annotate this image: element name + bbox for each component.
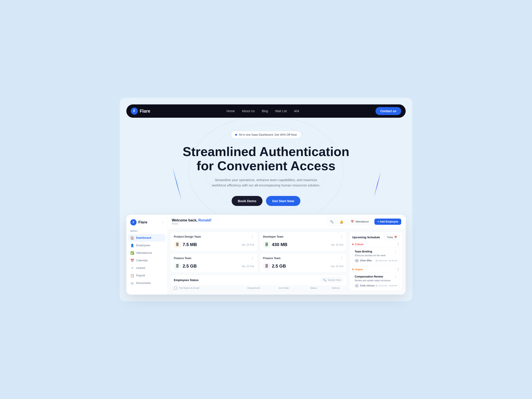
navbar-links: Home About Us Blog Wait List 404 [227, 109, 299, 113]
hero-badge-dot [235, 134, 237, 136]
event-time: 09:00 AM - 09:30 AM [379, 260, 397, 262]
dashboard-icon: 🏠 [130, 236, 134, 240]
urgent-dot [352, 269, 354, 270]
main-content: Welcome back, Ronald! Home 🔍 🔔 📅 Attenda… [167, 215, 406, 295]
sidebar-item-label: Employees [136, 244, 150, 247]
team-card-title: Finance Team [174, 257, 191, 260]
search-icon: 🔍 [323, 279, 326, 282]
attendance-button[interactable]: 📅 Attendance [347, 218, 372, 225]
welcome-area: Welcome back, Ronald! Home [172, 218, 211, 225]
hero-title: Streamlined Authentication for Convenien… [182, 145, 350, 173]
content-left: Product Design Team ⋮ 🗄 7.5 MB Sat, 25 F… [171, 232, 347, 291]
team-card-size: 430 MB [272, 242, 287, 247]
team-card-finance-1: Finance Team ⋮ 🗄 2.5 GB Sat, 25 Feb [171, 253, 258, 273]
hero-subtitle: Streamline your operations, enhance team… [208, 177, 324, 188]
schedule-card-compensation: Compensation Review ⋮ Review and update … [352, 272, 400, 290]
event-menu-icon[interactable]: ⋮ [394, 275, 397, 279]
add-employee-button[interactable]: + Add Employee [374, 219, 401, 225]
search-button[interactable]: 🔍 [328, 218, 335, 225]
attendances-icon: ✅ [130, 251, 134, 255]
navbar-link-about[interactable]: About Us [242, 109, 255, 113]
team-card-date: Sat, 25 Feb [242, 243, 254, 246]
welcome-name: Ronald! [198, 218, 212, 222]
event-avatar: EM [355, 259, 359, 263]
team-card-icon: 🗄 [263, 241, 270, 248]
search-placeholder: Search here [328, 279, 341, 281]
team-cards-row: Product Design Team ⋮ 🗄 7.5 MB Sat, 25 F… [171, 232, 347, 251]
team-card-menu-icon[interactable]: ⋮ [251, 256, 254, 260]
priority-section-critical: Critical ⋮ Team Briefing ⋮ SDiscuss prio… [352, 242, 400, 265]
calendar-tiny-icon: 📅 [394, 236, 397, 239]
sidebar-logo-area: ₣ Flare ‹ [126, 219, 167, 230]
sidebar-item-dashboard[interactable]: 🏠 Dashboard [128, 234, 165, 242]
event-person: Ethan Miller [360, 259, 372, 262]
table-header: Full Name & Email Department Join Date S… [171, 285, 347, 291]
clock-icon: 🕐 [375, 285, 378, 287]
sidebar-item-label: Dashboard [136, 236, 151, 239]
team-card-size: 7.5 MB [183, 242, 197, 247]
team-card-menu-icon[interactable]: ⋮ [251, 235, 254, 239]
priority-critical-label: Critical [355, 243, 363, 246]
priority-section-urgent: Urgent ⋮ Compensation Review ⋮ Review an… [352, 267, 400, 290]
search-input-wrap[interactable]: 🔍 Search here [321, 277, 343, 283]
team-card-icon: 🗄 [174, 241, 181, 248]
sidebar-logo-text: Flare [138, 220, 147, 225]
navbar: ₣ Flare Home About Us Blog Wait List 404… [126, 104, 406, 118]
event-time: 10:30 AM - 12:00 PM [378, 285, 397, 287]
dashboard-preview: ₣ Flare ‹ MENU 🏠 Dashboard 👤 Employees ✅… [126, 215, 406, 295]
team-card-developer: Developer Team ⋮ 🗄 430 MB Sat, 25 Feb [260, 232, 347, 251]
leaves-icon: ↗ [130, 266, 134, 270]
sidebar-item-documents[interactable]: 🗂 Documents [126, 279, 167, 287]
get-start-now-button[interactable]: Get Start Now [266, 196, 300, 206]
contact-us-button[interactable]: Contact us [375, 107, 401, 115]
sidebar-menu-label: MENU [126, 230, 167, 234]
calendar-icon: 📅 [130, 259, 134, 262]
team-card-date: Sat, 25 Feb [331, 243, 343, 246]
critical-dot [352, 244, 354, 245]
select-all-checkbox[interactable] [174, 287, 177, 290]
priority-menu-icon[interactable]: ⋮ [397, 267, 400, 271]
priority-urgent-label: Urgent [355, 268, 363, 271]
outer-container: ₣ Flare Home About Us Blog Wait List 404… [120, 98, 412, 301]
navbar-link-home[interactable]: Home [227, 109, 235, 113]
team-card-date: Sat, 25 Feb [331, 265, 343, 267]
sidebar-item-label: Payroll [136, 274, 145, 277]
navbar-link-404[interactable]: 404 [294, 109, 299, 113]
navbar-logo-text: Flare [140, 109, 150, 114]
team-card-menu-icon[interactable]: ⋮ [340, 235, 343, 239]
calendar-small-icon: 📅 [351, 220, 354, 223]
event-menu-icon[interactable]: ⋮ [394, 250, 397, 253]
team-card-icon: 🗄 [263, 263, 270, 270]
sidebar-item-employees[interactable]: 👤 Employees [126, 242, 167, 249]
main-header: Welcome back, Ronald! Home 🔍 🔔 📅 Attenda… [167, 215, 406, 229]
employees-icon: 👤 [130, 244, 134, 247]
sidebar-item-label: Attendances [136, 251, 152, 254]
schedule-card-team-briefing: Team Briefing ⋮ SDiscuss priorities for … [352, 247, 400, 265]
priority-menu-icon[interactable]: ⋮ [397, 242, 400, 246]
employees-status: Employees Status 🔍 Search here Full Name… [171, 275, 347, 291]
sidebar-item-label: Leaves [136, 266, 146, 270]
team-cards-row-2: Finance Team ⋮ 🗄 2.5 GB Sat, 25 Feb [171, 253, 347, 273]
team-card-menu-icon[interactable]: ⋮ [340, 256, 343, 260]
sidebar-logo-icon: ₣ [130, 219, 137, 225]
sidebar-item-leaves[interactable]: ↗ Leaves [126, 264, 167, 272]
sidebar-item-calendar[interactable]: 📅 Calendar [126, 257, 167, 264]
sidebar-item-payroll[interactable]: 📋 Payroll [126, 272, 167, 279]
header-actions: 🔍 🔔 📅 Attendance + Add Employee [328, 218, 401, 225]
sidebar-item-attendances[interactable]: ✅ Attendances [126, 249, 167, 257]
book-demo-button[interactable]: Book Demo [232, 196, 262, 206]
hero-line-right-decoration [374, 171, 381, 197]
team-card-product-design: Product Design Team ⋮ 🗄 7.5 MB Sat, 25 F… [171, 232, 258, 251]
schedule-event-desc: Review and update salary structures [355, 279, 397, 282]
team-card-title: Product Design Team [174, 235, 201, 238]
welcome-text: Welcome back, Ronald! [172, 218, 211, 222]
today-button[interactable]: Today 📅 [384, 235, 400, 240]
schedule-title: Upcoming Schedule [352, 236, 380, 239]
team-card-size: 2.5 GB [272, 264, 286, 269]
navbar-link-waitlist[interactable]: Wait List [275, 109, 287, 113]
hero-buttons: Book Demo Get Start Now [135, 196, 397, 206]
hero-badge-text: All in one Saas Dashboard, Get 40% Off N… [239, 133, 297, 136]
notification-button[interactable]: 🔔 [338, 218, 345, 225]
sidebar-toggle-button[interactable]: ‹ [162, 221, 163, 224]
navbar-link-blog[interactable]: Blog [262, 109, 268, 113]
